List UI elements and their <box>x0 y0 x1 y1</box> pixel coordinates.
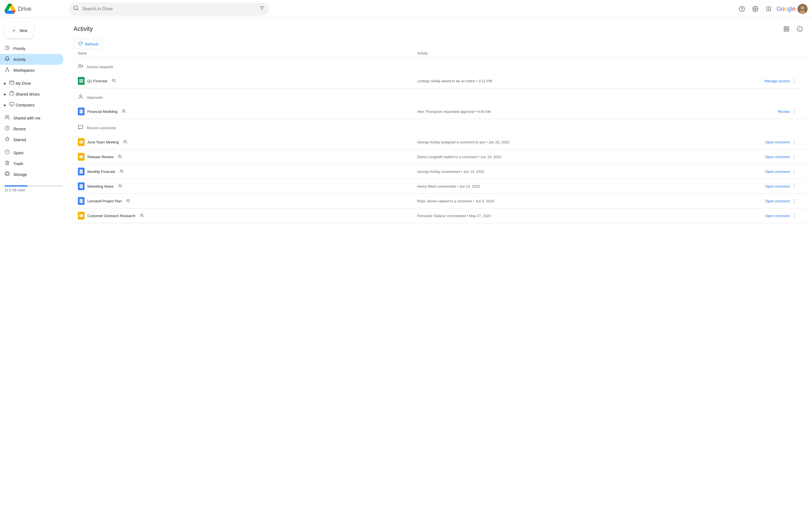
activity-text: Rose James replied to a comment • Jun 5,… <box>417 199 756 203</box>
more-options-button[interactable]: ⋮ <box>790 182 799 191</box>
activity-text: Diana Longstaff replied to a comment • J… <box>417 155 756 159</box>
svg-rect-5 <box>768 8 769 9</box>
slides-file-icon <box>78 212 85 220</box>
file-name: Marketing Notes <box>87 184 114 188</box>
sidebar-item-label-recent: Recent <box>13 127 25 131</box>
grid-view-button[interactable] <box>781 23 792 35</box>
action-link[interactable]: Open comment <box>756 170 790 174</box>
action-link[interactable]: Open comment <box>756 140 790 144</box>
section-approvals: Approvals <box>73 89 805 104</box>
sidebar-item-label-my-drive: My Drive <box>15 81 31 86</box>
sidebar-item-trash[interactable]: Trash <box>0 158 63 169</box>
svg-rect-8 <box>768 10 769 11</box>
svg-rect-20 <box>10 92 14 95</box>
table-header: Name Activity <box>73 49 805 58</box>
drive-logo-icon <box>4 3 15 14</box>
table-row[interactable]: Marketing Notes Henry West commented • J… <box>73 179 805 194</box>
sidebar-item-starred[interactable]: Starred <box>0 134 63 145</box>
starred-icon <box>4 136 10 143</box>
slides-file-icon <box>78 138 85 146</box>
table-row[interactable]: Customer Outreach Research Fernando Sala… <box>73 209 805 223</box>
action-link[interactable]: Open comment <box>756 184 790 188</box>
action-link[interactable]: Open comment <box>756 214 790 218</box>
sidebar-item-recent[interactable]: Recent <box>0 123 63 134</box>
action-link[interactable]: Open comment <box>756 199 790 203</box>
svg-point-14 <box>7 67 8 68</box>
expand-arrow-computers: ▶ <box>2 103 8 107</box>
sidebar-item-workspaces[interactable]: Workspaces <box>0 65 63 75</box>
more-options-button[interactable]: ⋮ <box>790 211 799 220</box>
svg-point-11 <box>801 6 804 9</box>
more-options-button[interactable]: ⋮ <box>790 152 799 161</box>
sidebar-item-label-storage: Storage <box>13 172 27 177</box>
settings-button[interactable] <box>750 3 761 14</box>
sidebar-item-label-activity: Activity <box>13 57 25 62</box>
file-name-cell: Leonardi Project Plan <box>78 197 417 205</box>
sidebar-item-storage[interactable]: Storage <box>0 169 63 180</box>
section-title-recent-comments: Recent comments <box>87 126 116 130</box>
refresh-button[interactable]: Refresh <box>73 39 103 49</box>
table-row[interactable]: Q1 Forecast Lindsay Shelly asked to be a… <box>73 74 805 89</box>
action-link[interactable]: Manage access <box>756 79 790 83</box>
user-avatar[interactable] <box>798 4 808 14</box>
more-options-button[interactable]: ⋮ <box>790 167 799 176</box>
help-button[interactable] <box>736 3 748 14</box>
sidebar-item-shared-with-me[interactable]: Shared with me <box>0 113 63 123</box>
search-input[interactable] <box>82 6 256 11</box>
spam-icon <box>4 150 10 156</box>
file-name-cell: June Team Meeting <box>78 138 417 146</box>
activity-text: George Kinley commented • Jun 14, 2023 <box>417 170 756 174</box>
apps-button[interactable] <box>763 3 774 14</box>
more-options-button[interactable]: ⋮ <box>790 137 799 147</box>
svg-point-15 <box>5 71 6 71</box>
table-row[interactable]: June Team Meeting George Kinley assigned… <box>73 135 805 150</box>
svg-rect-6 <box>770 8 771 9</box>
svg-point-53 <box>124 140 125 142</box>
activity-icon <box>4 56 10 63</box>
search-filter-icon[interactable] <box>259 5 265 12</box>
sidebar-item-computers[interactable]: ▶ Computers <box>0 100 63 110</box>
info-button[interactable] <box>794 23 805 35</box>
docs-file-icon <box>78 182 85 190</box>
sidebar-item-shared-drives[interactable]: ▶ Shared drives <box>0 89 63 100</box>
search-bar[interactable] <box>69 2 269 15</box>
svg-point-71 <box>127 199 128 201</box>
storage-used-text: 12.3 GB used <box>4 188 62 192</box>
action-link[interactable]: Review <box>756 110 790 114</box>
file-name: Leonardi Project Plan <box>87 199 122 203</box>
approvals-icon <box>78 94 84 101</box>
computers-icon <box>9 102 14 108</box>
svg-rect-39 <box>79 79 83 82</box>
more-options-button[interactable]: ⋮ <box>790 76 799 85</box>
sidebar-item-my-drive[interactable]: ▶ My Drive <box>0 78 63 89</box>
svg-point-56 <box>119 155 120 156</box>
table-row[interactable]: Release Review Diana Longstaff replied t… <box>73 150 805 164</box>
more-options-button[interactable]: ⋮ <box>790 107 799 116</box>
activity-text: Henry West commented • Jun 12, 2023 <box>417 184 756 188</box>
shared-drives-icon <box>9 91 14 97</box>
shared-icon <box>118 184 122 189</box>
svg-point-61 <box>120 170 122 171</box>
sidebar-item-activity[interactable]: Activity <box>0 54 63 65</box>
action-link[interactable]: Open comment <box>756 155 790 159</box>
logo[interactable]: Drive <box>4 3 66 14</box>
svg-point-74 <box>141 214 142 215</box>
file-name-cell: Financial Modeling <box>78 108 417 115</box>
svg-marker-24 <box>5 137 9 141</box>
file-name: Financial Modeling <box>87 110 117 114</box>
table-row[interactable]: Leonardi Project Plan Rose James replied… <box>73 194 805 209</box>
app-header: Drive Google <box>0 0 812 18</box>
sidebar-item-priority[interactable]: Priority <box>0 43 63 54</box>
table-row[interactable]: Financial Modeling Alex Thompson request… <box>73 104 805 119</box>
logo-text: Drive <box>18 5 32 12</box>
sidebar-item-spam[interactable]: Spam <box>0 147 63 158</box>
table-row[interactable]: Monthly Forecast George Kinley commented… <box>73 164 805 179</box>
shared-icon <box>123 140 127 145</box>
activity-text: Alex Thompson requested approval • 9:45 … <box>417 110 756 114</box>
file-name: Customer Outreach Research <box>87 214 136 218</box>
sidebar: ＋ New Priority Activity Workspaces ▶ <box>0 18 67 507</box>
shared-with-me-icon <box>4 115 10 121</box>
new-button[interactable]: ＋ New <box>4 22 34 39</box>
svg-rect-2 <box>768 6 769 7</box>
more-options-button[interactable]: ⋮ <box>790 196 799 206</box>
